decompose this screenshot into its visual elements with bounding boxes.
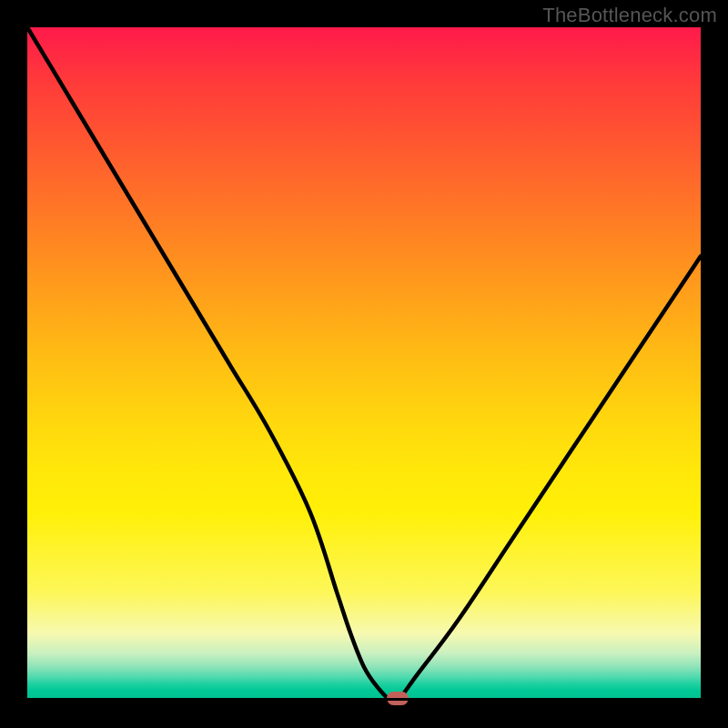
bottleneck-curve (27, 27, 701, 701)
chart-frame: TheBottleneck.com (0, 0, 728, 728)
plot-area (27, 27, 701, 701)
x-axis-baseline (27, 698, 701, 701)
watermark-label: TheBottleneck.com (542, 4, 717, 27)
